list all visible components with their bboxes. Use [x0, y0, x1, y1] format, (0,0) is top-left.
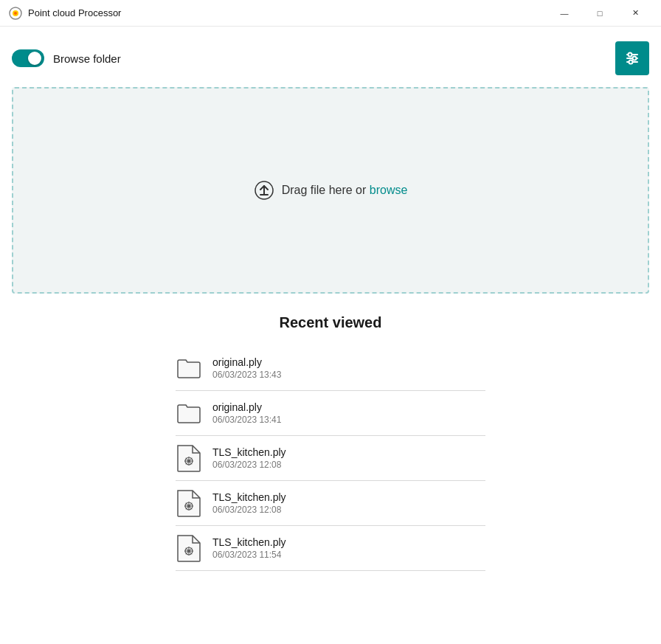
file-info: TLS_kitchen.ply 06/03/2023 12:08 — [212, 491, 286, 515]
browse-folder-label: Browse folder — [53, 52, 121, 65]
title-bar-left: Point cloud Processor — [9, 7, 121, 20]
file-name: original.ply — [212, 401, 281, 413]
file-date: 06/03/2023 12:08 — [212, 460, 286, 470]
main-content: Browse folder Drag file h — [0, 27, 661, 586]
ply-file-icon — [176, 444, 201, 472]
file-name: TLS_kitchen.ply — [212, 491, 286, 503]
file-date: 06/03/2023 12:08 — [212, 505, 286, 515]
file-name: TLS_kitchen.ply — [212, 536, 286, 548]
maximize-button[interactable]: □ — [583, 3, 617, 24]
close-button[interactable]: ✕ — [618, 3, 652, 24]
ply-file-icon — [176, 489, 201, 517]
recent-title: Recent viewed — [27, 314, 634, 331]
svg-point-4 — [629, 53, 632, 57]
drop-zone[interactable]: Drag file here or browse — [12, 87, 649, 294]
drop-zone-static-text: Drag file here or — [282, 184, 370, 196]
file-name: TLS_kitchen.ply — [212, 446, 286, 458]
drop-zone-content: Drag file here or browse — [254, 180, 408, 201]
file-info: original.ply 06/03/2023 13:41 — [212, 401, 281, 425]
file-icon-wrap — [176, 353, 202, 383]
file-info: original.ply 06/03/2023 13:43 — [212, 356, 281, 380]
file-info: TLS_kitchen.ply 06/03/2023 11:54 — [212, 536, 286, 560]
file-info: TLS_kitchen.ply 06/03/2023 12:08 — [212, 446, 286, 470]
file-icon-wrap — [176, 488, 202, 518]
settings-button[interactable] — [615, 41, 649, 75]
file-item[interactable]: TLS_kitchen.ply 06/03/2023 12:08 — [176, 436, 485, 481]
file-name: original.ply — [212, 356, 281, 368]
folder-icon — [176, 402, 201, 424]
toggle-thumb — [28, 52, 41, 65]
file-date: 06/03/2023 13:43 — [212, 370, 281, 380]
file-icon-wrap — [176, 533, 202, 563]
app-icon — [9, 7, 22, 20]
folder-icon — [176, 357, 201, 379]
app-title: Point cloud Processor — [28, 7, 121, 18]
browse-row: Browse folder — [12, 41, 649, 75]
file-date: 06/03/2023 13:41 — [212, 415, 281, 425]
sliders-icon — [624, 50, 640, 66]
svg-point-6 — [633, 57, 637, 60]
browse-folder-toggle[interactable] — [12, 49, 44, 67]
title-bar-controls: — □ ✕ — [547, 3, 652, 24]
recent-section: Recent viewed original.ply 06/03/2023 13… — [12, 314, 649, 571]
file-item[interactable]: original.ply 06/03/2023 13:41 — [176, 391, 485, 436]
file-date: 06/03/2023 11:54 — [212, 550, 286, 560]
file-icon-wrap — [176, 443, 202, 473]
file-icon-wrap — [176, 398, 202, 428]
file-item[interactable]: TLS_kitchen.ply 06/03/2023 11:54 — [176, 526, 485, 571]
svg-point-2 — [14, 12, 17, 15]
file-list: original.ply 06/03/2023 13:43 original.p… — [176, 346, 485, 571]
upload-icon — [254, 180, 274, 201]
file-item[interactable]: original.ply 06/03/2023 13:43 — [176, 346, 485, 391]
drop-text: Drag file here or browse — [282, 184, 408, 197]
svg-point-8 — [629, 60, 633, 64]
minimize-button[interactable]: — — [547, 3, 581, 24]
browse-link[interactable]: browse — [370, 184, 408, 196]
ply-file-icon — [176, 534, 201, 562]
toggle-track — [12, 49, 44, 67]
title-bar: Point cloud Processor — □ ✕ — [0, 0, 661, 27]
file-item[interactable]: TLS_kitchen.ply 06/03/2023 12:08 — [176, 481, 485, 526]
browse-left: Browse folder — [12, 49, 121, 67]
